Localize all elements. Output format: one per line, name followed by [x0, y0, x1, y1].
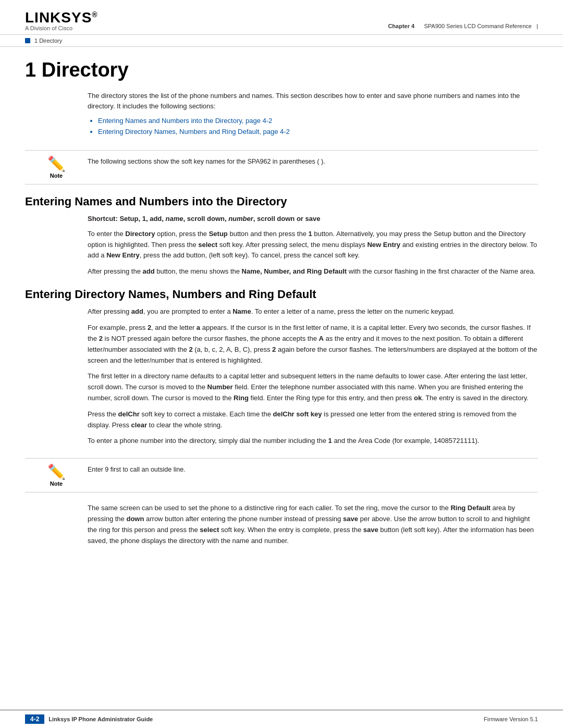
section2-continued-content: The same screen can be used to set the p…	[88, 503, 538, 551]
section2-para1: After pressing add, you are prompted to …	[88, 306, 538, 317]
chapter-title: 1 Directory	[25, 59, 538, 81]
section1-body: Shortcut: Setup, 1, add, name, scroll do…	[25, 214, 538, 282]
logo-subtitle: A Division of Cisco	[25, 25, 72, 31]
body-indent-3	[25, 503, 88, 551]
note-icon-area-1: ✏️ Note	[25, 156, 88, 179]
footer-left: 4-2 Linksys IP Phone Administrator Guide	[25, 714, 153, 724]
body-indent-2	[25, 306, 88, 452]
bullet-link-1[interactable]: Entering Names and Numbers into the Dire…	[98, 117, 272, 125]
note-icon-area-2: ✏️ Note	[25, 464, 88, 487]
section2-body: After pressing add, you are prompted to …	[25, 306, 538, 452]
logo-area: LINKSYS® A Division of Cisco	[25, 9, 98, 31]
intro-paragraph: The directory stores the list of the pho…	[88, 91, 538, 112]
logo-text: LINKSYS®	[25, 9, 98, 26]
note-label-2: Note	[50, 480, 63, 487]
section2-para2: For example, press 2, and the letter a a…	[88, 323, 538, 366]
breadcrumb-text: 1 Directory	[34, 38, 62, 44]
intro-section: The directory stores the list of the pho…	[25, 91, 538, 144]
shortcut-line: Shortcut: Setup, 1, add, name, scroll do…	[88, 214, 538, 225]
footer-page-number: 4-2	[25, 714, 44, 724]
bullet-item-2[interactable]: Entering Directory Names, Numbers and Ri…	[98, 127, 538, 138]
intro-body: The directory stores the list of the pho…	[88, 91, 538, 144]
main-content: 1 Directory The directory stores the lis…	[0, 47, 563, 586]
note-label-1: Note	[50, 172, 63, 179]
bullet-link-2[interactable]: Entering Directory Names, Numbers and Ri…	[98, 128, 290, 135]
section2-content: After pressing add, you are prompted to …	[88, 306, 538, 452]
section2-heading: Entering Directory Names, Numbers and Ri…	[25, 288, 538, 301]
breadcrumb: 1 Directory	[0, 35, 563, 47]
section2-continued-para1: The same screen can be used to set the p…	[88, 503, 538, 546]
chapter-label: Chapter 4	[388, 23, 414, 29]
section2-para3: The first letter in a directory name def…	[88, 371, 538, 403]
header-chapter-info: Chapter 4 SPA900 Series LCD Command Refe…	[388, 23, 538, 31]
section1-para1: To enter the Directory option, press the…	[88, 229, 538, 261]
section2-para5: To enter a phone number into the directo…	[88, 436, 538, 447]
note-pencil-icon-1: ✏️	[47, 157, 66, 171]
note-text-1: The following sections show the soft key…	[88, 156, 538, 167]
section1-heading: Entering Names and Numbers into the Dire…	[25, 195, 538, 208]
note-text-2: Enter 9 first to call an outside line.	[88, 464, 538, 475]
note-box-2: ✏️ Note Enter 9 first to call an outside…	[25, 458, 538, 492]
section2-para4: Press the delChr soft key to correct a m…	[88, 409, 538, 431]
intro-indent	[25, 91, 88, 144]
section1-content: Shortcut: Setup, 1, add, name, scroll do…	[88, 214, 538, 282]
bullet-item-1[interactable]: Entering Names and Numbers into the Dire…	[98, 116, 538, 127]
intro-bullet-list: Entering Names and Numbers into the Dire…	[88, 116, 538, 138]
logo-reg: ®	[92, 10, 97, 19]
section2-continued-body: The same screen can be used to set the p…	[25, 503, 538, 551]
breadcrumb-icon	[25, 38, 30, 43]
page-header: LINKSYS® A Division of Cisco Chapter 4 S…	[0, 0, 563, 35]
logo-main-text: LINKSYS	[25, 9, 92, 26]
body-indent-1	[25, 214, 88, 282]
page-footer: 4-2 Linksys IP Phone Administrator Guide…	[0, 710, 563, 728]
footer-firmware: Firmware Version 5.1	[484, 716, 538, 722]
chapter-title-right: SPA900 Series LCD Command Reference	[424, 23, 532, 29]
section1-para2: After pressing the add button, the menu …	[88, 266, 538, 277]
note-pencil-icon-2: ✏️	[47, 465, 66, 479]
note-box-1: ✏️ Note The following sections show the …	[25, 150, 538, 184]
footer-doc-title: Linksys IP Phone Administrator Guide	[48, 716, 153, 722]
